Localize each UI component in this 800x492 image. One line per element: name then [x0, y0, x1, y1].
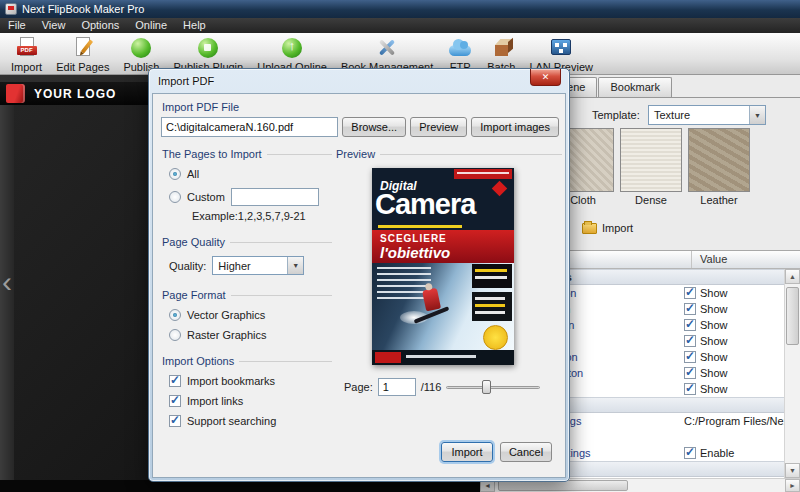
radio-all-pages[interactable]: All [169, 168, 332, 180]
radio-selected[interactable] [169, 168, 181, 180]
template-dropdown[interactable]: Texture ▼ [648, 105, 766, 125]
lan-network-icon [548, 36, 574, 60]
radio-raster-graphics[interactable]: Raster Graphics [169, 329, 332, 341]
pages-example-text: Example:1,2,3,5,7,9-21 [192, 210, 332, 222]
preview-group-title: Preview [336, 148, 562, 160]
thumbnail-image[interactable] [620, 128, 682, 192]
import-button[interactable]: Import [441, 442, 493, 462]
import-pdf-dialog: Import PDF ✕ Import PDF File Browse... P… [148, 68, 570, 482]
options-group-title: Import Options [162, 355, 332, 367]
import-images-button[interactable]: Import images [471, 117, 559, 137]
checkbox-checked[interactable]: ✓ [684, 383, 696, 395]
template-thumbnail-leather[interactable]: Leather [688, 128, 750, 206]
cloud-icon [447, 36, 473, 60]
page-number-input[interactable] [378, 378, 416, 396]
page-navigation-row: Page: /116 [344, 378, 562, 396]
cover-highlight-line [378, 225, 462, 228]
checkbox-checked[interactable]: ✓ [684, 351, 696, 363]
scrollbar-thumb[interactable] [786, 287, 799, 345]
cancel-button[interactable]: Cancel [500, 442, 552, 462]
scroll-down-icon[interactable]: ▼ [785, 463, 800, 478]
cover-red-banner: SCEGLIERE l'obiettivo [372, 230, 514, 263]
cover-callout-box [472, 292, 512, 321]
cover-brand: Camera [375, 188, 475, 221]
tab-bookmark[interactable]: Bookmark [598, 77, 672, 98]
toolbar-edit-pages-button[interactable]: Edit Pages [49, 35, 116, 74]
quality-label: Quality: [169, 260, 206, 272]
template-import-button[interactable]: Import [582, 222, 633, 234]
dialog-buttons: Import Cancel [441, 442, 552, 462]
toolbar-import-button[interactable]: PDF Import [4, 35, 49, 74]
titlebar: Next FlipBook Maker Pro [0, 0, 800, 18]
template-label: Template: [592, 109, 640, 121]
menu-file[interactable]: File [0, 18, 34, 33]
menu-view[interactable]: View [34, 18, 74, 33]
previous-page-arrow[interactable]: ‹ [2, 267, 12, 297]
close-icon[interactable]: ✕ [530, 69, 561, 86]
tools-icon [374, 36, 400, 60]
page-total: /116 [421, 381, 442, 393]
checkbox-checked[interactable]: ✓ [169, 375, 181, 387]
radio-unselected[interactable] [169, 329, 181, 341]
slider-track[interactable] [446, 386, 540, 389]
scroll-up-icon[interactable]: ▲ [785, 269, 800, 284]
red-book-icon [6, 84, 25, 103]
dialog-titlebar[interactable]: Import PDF [149, 69, 569, 93]
template-value: Texture [654, 109, 690, 121]
page-label: Page: [344, 381, 373, 393]
radio-vector-graphics[interactable]: Vector Graphics [169, 309, 332, 321]
menu-help[interactable]: Help [175, 18, 214, 33]
template-thumbnail-dense[interactable]: Dense [620, 128, 682, 206]
radio-unselected[interactable] [169, 191, 181, 203]
chevron-down-icon[interactable]: ▼ [287, 257, 303, 274]
radio-selected[interactable] [169, 309, 181, 321]
app-window: Next FlipBook Maker Pro File View Option… [0, 0, 800, 492]
checkbox-checked[interactable]: ✓ [684, 367, 696, 379]
menu-options[interactable]: Options [73, 18, 127, 33]
chevron-down-icon[interactable]: ▼ [749, 106, 765, 124]
checkbox-checked[interactable]: ✓ [684, 303, 696, 315]
vertical-scrollbar[interactable]: ▲ ▼ [784, 269, 800, 478]
quality-group-title: Page Quality [162, 236, 332, 248]
checkbox-import-bookmarks[interactable]: ✓ Import bookmarks [169, 375, 332, 387]
browse-button[interactable]: Browse... [342, 117, 406, 137]
import-settings-column: The Pages to Import All Custom Example:1… [162, 148, 332, 427]
preview-button[interactable]: Preview [410, 117, 467, 137]
app-icon [5, 3, 17, 15]
magazine-cover-preview: Digital Camera SCEGLIERE l'obiettivo [372, 168, 514, 365]
checkbox-checked[interactable]: ✓ [684, 335, 696, 347]
publish-globe-icon [128, 36, 154, 60]
page-slider[interactable] [446, 379, 540, 395]
dialog-title: Import PDF [158, 75, 214, 87]
menubar: File View Options Online Help [0, 18, 800, 33]
file-row: Browse... Preview Import images [161, 117, 559, 137]
quality-dropdown[interactable]: Higher ▼ [212, 256, 304, 275]
preview-column: Preview Digital Camera SCEGLIERE l'obiet… [336, 148, 562, 396]
pdf-import-icon: PDF [14, 36, 40, 60]
value-column-header[interactable]: Value [692, 251, 800, 268]
edit-page-icon [70, 36, 96, 60]
cube-icon [488, 36, 514, 60]
cover-top-banner [454, 169, 512, 179]
dialog-content: Import PDF File Browse... Preview Import… [152, 93, 566, 478]
radio-custom-pages[interactable]: Custom [169, 188, 332, 206]
scroll-right-icon[interactable]: ► [785, 479, 800, 492]
slider-thumb[interactable] [482, 380, 491, 394]
checkbox-checked[interactable]: ✓ [169, 415, 181, 427]
plugin-icon [195, 36, 221, 60]
thumbnail-image[interactable] [688, 128, 750, 192]
cover-snowboarder [422, 288, 441, 312]
checkbox-checked[interactable]: ✓ [684, 287, 696, 299]
cover-snow-photo [372, 263, 514, 350]
quality-row: Quality: Higher ▼ [169, 256, 332, 275]
format-group-title: Page Format [162, 289, 332, 301]
pdf-file-input[interactable] [161, 117, 338, 137]
menu-online[interactable]: Online [127, 18, 175, 33]
checkbox-checked[interactable]: ✓ [684, 319, 696, 331]
checkbox-import-links[interactable]: ✓ Import links [169, 395, 332, 407]
checkbox-support-searching[interactable]: ✓ Support searching [169, 415, 332, 427]
checkbox-checked[interactable]: ✓ [684, 447, 696, 459]
window-title: Next FlipBook Maker Pro [22, 3, 144, 15]
checkbox-checked[interactable]: ✓ [169, 395, 181, 407]
custom-pages-input[interactable] [231, 188, 319, 206]
